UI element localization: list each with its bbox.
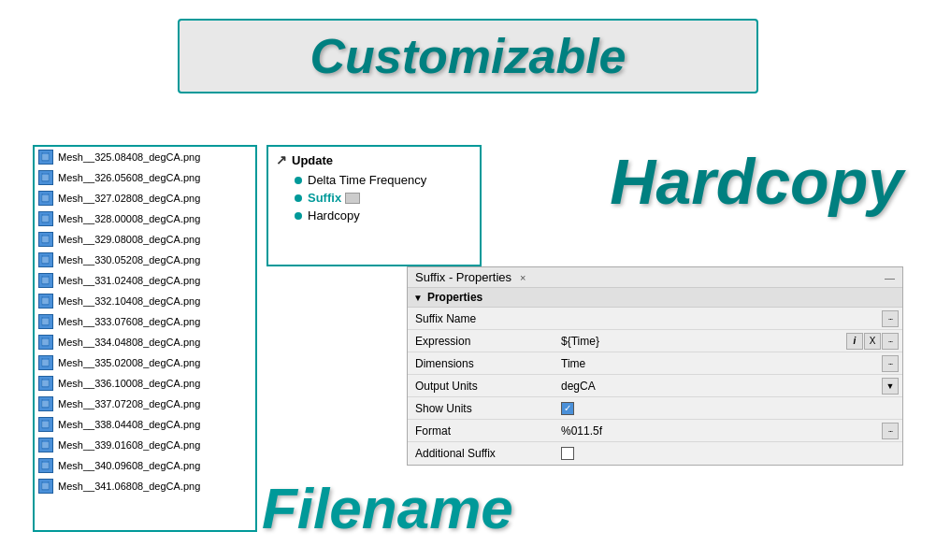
props-clear-button[interactable]: X [864, 333, 881, 350]
minimize-button[interactable]: — [885, 272, 895, 283]
properties-title: Suffix - Properties [415, 270, 511, 284]
file-name: Mesh__329.08008_degCA.png [58, 234, 200, 245]
file-name: Mesh__333.07608_degCA.png [58, 316, 200, 327]
props-row: Format %011.5f ··· [408, 420, 902, 442]
props-dots-button[interactable]: ··· [882, 310, 899, 327]
props-dropdown-button[interactable]: ▼ [882, 378, 899, 395]
svg-rect-44 [42, 379, 49, 387]
file-list-item[interactable]: Mesh__340.09608_degCA.png [35, 455, 255, 476]
filename-label: Filename [262, 475, 513, 541]
props-label: Suffix Name [408, 309, 557, 328]
svg-rect-12 [42, 214, 49, 223]
file-name: Mesh__338.04408_degCA.png [58, 419, 200, 430]
file-icon [38, 191, 53, 206]
close-button[interactable]: × [517, 272, 528, 283]
file-list-item[interactable]: Mesh__341.06808_degCA.png [35, 476, 255, 496]
file-icon [38, 232, 53, 247]
props-row: Output Units degCA ▼ [408, 375, 902, 397]
file-icon [38, 314, 53, 329]
props-dots-button[interactable]: ··· [882, 423, 899, 439]
tree-dot-icon [295, 212, 302, 220]
file-icon [38, 417, 53, 432]
file-list-item[interactable]: Mesh__333.07608_degCA.png [35, 311, 255, 332]
properties-panel: Suffix - Properties × — ▼ Properties Suf… [407, 266, 903, 466]
props-checkbox[interactable]: ✓ [561, 402, 574, 415]
tree-item[interactable]: Suffix [276, 189, 472, 207]
file-list-item[interactable]: Mesh__325.08408_degCA.png [35, 147, 255, 167]
tree-item-label: Hardcopy [308, 208, 360, 223]
file-list-item[interactable]: Mesh__330.05208_degCA.png [35, 250, 255, 270]
props-row: Show Units ✓ [408, 397, 902, 420]
svg-rect-4 [42, 173, 49, 181]
titlebar-left: Suffix - Properties × [415, 270, 529, 284]
properties-titlebar: Suffix - Properties × — [408, 267, 902, 288]
svg-rect-60 [42, 461, 49, 469]
tree-item-label: Delta Time Frequency [308, 173, 426, 187]
svg-rect-36 [42, 337, 49, 346]
tree-item-label: Suffix [308, 191, 341, 205]
file-list-item[interactable]: Mesh__326.05608_degCA.png [35, 167, 255, 188]
section-header: ▼ Properties [408, 288, 902, 308]
svg-rect-20 [42, 255, 49, 264]
file-name: Mesh__328.00008_degCA.png [58, 213, 200, 224]
props-row: Additional Suffix [408, 442, 902, 465]
file-name: Mesh__340.09608_degCA.png [58, 460, 200, 471]
props-row: Expression ${Time} i X ··· [408, 330, 902, 352]
file-list-item[interactable]: Mesh__336.10008_degCA.png [35, 373, 255, 394]
props-info-button[interactable]: i [846, 333, 863, 350]
hardcopy-label: Hardcopy [610, 145, 903, 218]
file-icon [38, 335, 53, 350]
file-list-item[interactable]: Mesh__328.00008_degCA.png [35, 208, 255, 229]
file-list-item[interactable]: Mesh__327.02808_degCA.png [35, 188, 255, 208]
props-label: Expression [408, 332, 557, 351]
props-checkbox[interactable] [561, 447, 574, 460]
props-value: Time [561, 357, 585, 370]
tree-dot-icon [295, 194, 302, 202]
props-value: ${Time} [561, 335, 599, 348]
file-icon [38, 376, 53, 391]
section-label: Properties [427, 291, 482, 304]
file-icon [38, 458, 53, 473]
props-value-area [557, 445, 902, 462]
file-list-item[interactable]: Mesh__332.10408_degCA.png [35, 291, 255, 311]
file-list-item[interactable]: Mesh__329.08008_degCA.png [35, 229, 255, 250]
props-dots-button[interactable]: ··· [882, 355, 899, 372]
file-name: Mesh__327.02808_degCA.png [58, 193, 200, 204]
tree-root-label: Update [292, 153, 333, 167]
file-list-item[interactable]: Mesh__337.07208_degCA.png [35, 394, 255, 414]
props-value: %011.5f [561, 424, 602, 438]
title-banner: Customizable [178, 19, 758, 93]
props-dots-button[interactable]: ··· [882, 333, 899, 350]
title-text: Customizable [310, 29, 626, 83]
file-icon [38, 396, 53, 411]
tree-item[interactable]: Delta Time Frequency [276, 171, 472, 189]
props-value: degCA [561, 380, 596, 393]
props-btn-group: ··· [882, 423, 899, 439]
file-list-item[interactable]: Mesh__339.01608_degCA.png [35, 435, 255, 455]
props-label: Show Units [408, 399, 557, 418]
props-label: Additional Suffix [408, 444, 557, 463]
file-name: Mesh__330.05208_degCA.png [58, 254, 200, 266]
props-btn-group: ··· [882, 355, 899, 372]
props-value-area: Time ··· [557, 353, 902, 374]
props-btn-group: ··· [882, 310, 899, 327]
props-label: Output Units [408, 377, 557, 395]
file-icon [38, 294, 53, 309]
file-list-item[interactable]: Mesh__338.04408_degCA.png [35, 414, 255, 435]
file-list-panel: Mesh__325.08408_degCA.png Mesh__326.0560… [33, 145, 257, 532]
props-label: Format [408, 422, 557, 440]
file-icon [38, 438, 53, 452]
file-name: Mesh__337.07208_degCA.png [58, 398, 200, 409]
svg-rect-24 [42, 276, 49, 284]
props-row: Dimensions Time ··· [408, 352, 902, 375]
props-value-area: ··· [557, 309, 902, 329]
file-list-item[interactable]: Mesh__334.04808_degCA.png [35, 332, 255, 352]
svg-rect-32 [42, 317, 49, 325]
tree-item[interactable]: Hardcopy [276, 207, 472, 224]
props-btn-group: i X ··· [846, 333, 899, 350]
file-list-item[interactable]: Mesh__331.02408_degCA.png [35, 270, 255, 291]
file-icon [38, 355, 53, 370]
props-value-area: ${Time} i X ··· [557, 331, 902, 352]
file-list-item[interactable]: Mesh__335.02008_degCA.png [35, 352, 255, 373]
props-label: Dimensions [408, 354, 557, 373]
